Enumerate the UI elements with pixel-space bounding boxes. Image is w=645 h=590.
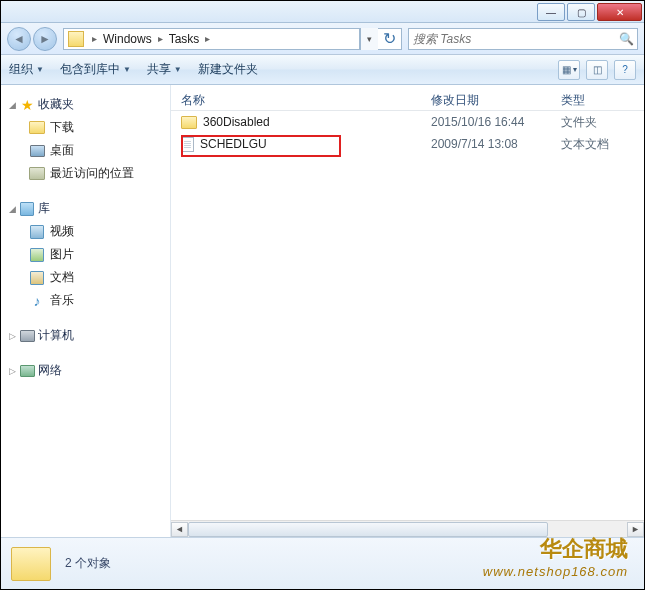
nav-item-music[interactable]: ♪音乐 [5, 289, 166, 312]
back-button[interactable]: ◄ [7, 27, 31, 51]
help-button[interactable]: ? [614, 60, 636, 80]
address-dropdown[interactable]: ▾ [360, 28, 378, 50]
include-in-library-menu[interactable]: 包含到库中▼ [60, 61, 131, 78]
maximize-button[interactable]: ▢ [567, 3, 595, 21]
star-icon: ★ [19, 97, 35, 113]
chevron-right-icon: ▷ [9, 331, 19, 341]
nav-item-label: 视频 [50, 223, 74, 240]
nav-computer[interactable]: ▷ 计算机 [5, 324, 166, 347]
search-box[interactable]: 🔍 [408, 28, 638, 50]
search-icon: 🔍 [619, 32, 633, 46]
file-type: 文本文档 [561, 136, 641, 153]
computer-icon [20, 330, 35, 342]
forward-button[interactable]: ► [33, 27, 57, 51]
text-file-icon [181, 137, 194, 152]
chevron-right-icon[interactable]: ▸ [203, 33, 212, 44]
chevron-down-icon: ◢ [9, 204, 19, 214]
scroll-left-button[interactable]: ◄ [171, 522, 188, 537]
video-icon [30, 225, 44, 239]
window-titlebar: — ▢ ✕ [1, 1, 644, 23]
command-toolbar: 组织▼ 包含到库中▼ 共享▼ 新建文件夹 ▦▾ ◫ ? [1, 55, 644, 85]
nav-item-label: 最近访问的位置 [50, 165, 134, 182]
chevron-down-icon: ◢ [9, 100, 19, 110]
refresh-button[interactable]: ↻ [378, 28, 402, 50]
folder-icon [29, 121, 45, 134]
folder-icon [11, 547, 51, 581]
library-icon [20, 202, 34, 216]
file-name: 360Disabled [203, 115, 270, 129]
music-icon: ♪ [29, 293, 45, 309]
col-header-type[interactable]: 类型 [561, 92, 641, 109]
view-options-button[interactable]: ▦▾ [558, 60, 580, 80]
desktop-icon [30, 145, 45, 157]
nav-libraries-label: 库 [38, 200, 50, 217]
recent-icon [29, 167, 45, 180]
nav-network[interactable]: ▷ 网络 [5, 359, 166, 382]
nav-item-recent[interactable]: 最近访问的位置 [5, 162, 166, 185]
nav-item-label: 音乐 [50, 292, 74, 309]
close-button[interactable]: ✕ [597, 3, 642, 21]
scroll-right-button[interactable]: ► [627, 522, 644, 537]
chevron-right-icon[interactable]: ▸ [156, 33, 165, 44]
column-headers: 名称 修改日期 类型 [171, 85, 644, 111]
file-type: 文件夹 [561, 114, 641, 131]
document-icon [30, 271, 44, 285]
navigation-pane: ◢ ★ 收藏夹 下载 桌面 最近访问的位置 ◢ 库 视频 图片 文档 ♪音乐 ▷… [1, 85, 171, 537]
nav-item-label: 下载 [50, 119, 74, 136]
file-row[interactable]: SCHEDLGU 2009/7/14 13:08 文本文档 [171, 133, 644, 155]
chevron-right-icon: ▷ [9, 366, 19, 376]
picture-icon [30, 248, 44, 262]
network-icon [20, 365, 35, 377]
scroll-track[interactable] [188, 522, 627, 537]
nav-item-videos[interactable]: 视频 [5, 220, 166, 243]
breadcrumb[interactable]: ▸ Windows ▸ Tasks ▸ [63, 28, 360, 50]
nav-favorites[interactable]: ◢ ★ 收藏夹 [5, 93, 166, 116]
status-count: 2 个对象 [65, 555, 111, 572]
file-list-body: 360Disabled 2015/10/16 16:44 文件夹 SCHEDLG… [171, 111, 644, 520]
folder-icon [181, 116, 197, 129]
nav-item-desktop[interactable]: 桌面 [5, 139, 166, 162]
nav-item-downloads[interactable]: 下载 [5, 116, 166, 139]
col-header-date[interactable]: 修改日期 [431, 92, 561, 109]
scroll-thumb[interactable] [188, 522, 548, 537]
refresh-icon: ↻ [383, 29, 396, 48]
organize-menu[interactable]: 组织▼ [9, 61, 44, 78]
minimize-button[interactable]: — [537, 3, 565, 21]
nav-item-pictures[interactable]: 图片 [5, 243, 166, 266]
new-folder-button[interactable]: 新建文件夹 [198, 61, 258, 78]
nav-item-label: 桌面 [50, 142, 74, 159]
breadcrumb-tasks[interactable]: Tasks [165, 32, 204, 46]
breadcrumb-windows[interactable]: Windows [99, 32, 156, 46]
chevron-right-icon[interactable]: ▸ [90, 33, 99, 44]
main-area: ◢ ★ 收藏夹 下载 桌面 最近访问的位置 ◢ 库 视频 图片 文档 ♪音乐 ▷… [1, 85, 644, 537]
horizontal-scrollbar[interactable]: ◄ ► [171, 520, 644, 537]
nav-libraries[interactable]: ◢ 库 [5, 197, 166, 220]
file-row[interactable]: 360Disabled 2015/10/16 16:44 文件夹 [171, 111, 644, 133]
status-bar: 2 个对象 [1, 537, 644, 589]
file-list: 名称 修改日期 类型 360Disabled 2015/10/16 16:44 … [171, 85, 644, 537]
file-date: 2009/7/14 13:08 [431, 137, 561, 151]
nav-computer-label: 计算机 [38, 327, 74, 344]
file-date: 2015/10/16 16:44 [431, 115, 561, 129]
nav-network-label: 网络 [38, 362, 62, 379]
address-bar: ◄ ► ▸ Windows ▸ Tasks ▸ ▾ ↻ 🔍 [1, 23, 644, 55]
folder-icon [68, 31, 84, 47]
col-header-name[interactable]: 名称 [171, 92, 431, 109]
nav-item-label: 图片 [50, 246, 74, 263]
nav-item-documents[interactable]: 文档 [5, 266, 166, 289]
nav-item-label: 文档 [50, 269, 74, 286]
file-name: SCHEDLGU [200, 137, 267, 151]
nav-favorites-label: 收藏夹 [38, 96, 74, 113]
search-input[interactable] [413, 32, 619, 46]
preview-pane-button[interactable]: ◫ [586, 60, 608, 80]
share-menu[interactable]: 共享▼ [147, 61, 182, 78]
